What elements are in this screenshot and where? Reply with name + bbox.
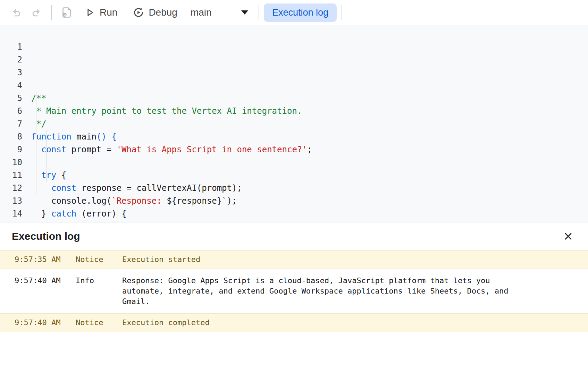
run-label: Run — [100, 7, 117, 18]
play-icon — [84, 7, 95, 18]
code-line[interactable]: } catch (error) { — [31, 208, 588, 220]
log-entry-time: 9:57:35 AM — [0, 254, 76, 265]
code-editor[interactable]: 1234567891011121314 /** * Main entry poi… — [0, 25, 588, 222]
code-token: ); — [342, 222, 352, 222]
execution-log-header: Execution log — [0, 222, 588, 250]
toolbar-divider — [259, 5, 259, 20]
debug-icon — [133, 7, 144, 18]
debug-button[interactable]: Debug — [128, 4, 182, 21]
code-token: `Response: — [111, 196, 167, 206]
code-token: response = callVertexAI(prompt); — [76, 183, 242, 193]
debug-label: Debug — [149, 7, 177, 18]
code-token: ` — [337, 222, 342, 222]
line-number: 14 — [0, 208, 22, 220]
undo-button[interactable] — [8, 5, 24, 20]
code-token: console.error( — [31, 222, 121, 222]
apps-script-editor: Run Debug main Execution log 12345678910… — [0, 0, 588, 332]
code-token: /** — [31, 93, 46, 103]
function-selector[interactable]: main — [187, 4, 252, 21]
log-entries: 9:57:35 AMNoticeExecution started9:57:40… — [0, 250, 588, 332]
code-line[interactable]: */ — [31, 118, 588, 130]
close-icon — [563, 231, 574, 242]
code-token: catch — [51, 209, 76, 219]
log-entry: 9:57:40 AMNoticeExecution completed — [0, 313, 588, 332]
run-button[interactable]: Run — [79, 4, 122, 21]
save-project-icon — [60, 6, 73, 19]
code-token: ${error.message} — [257, 222, 337, 222]
toolbar-divider — [342, 5, 342, 20]
log-entry-time: 9:57:40 AM — [0, 318, 76, 328]
redo-button[interactable] — [28, 5, 44, 20]
code-line[interactable]: function main() { — [31, 130, 588, 143]
code-token: */ — [31, 119, 46, 129]
log-entry-level: Info — [76, 276, 122, 286]
code-token: ` — [222, 196, 227, 206]
execution-log-button[interactable]: Execution log — [264, 3, 337, 22]
code-line[interactable]: /** — [31, 92, 588, 105]
toolbar: Run Debug main Execution log — [0, 0, 588, 25]
indent-guide — [46, 130, 47, 182]
line-number: 3 — [0, 66, 22, 79]
log-entry-level: Notice — [76, 254, 122, 265]
line-number: 13 — [0, 195, 22, 208]
line-number: 7 — [0, 118, 22, 130]
indent-guide — [36, 92, 36, 195]
code-token: `Failed to call Vertex AI: — [121, 222, 257, 222]
line-number: 8 — [0, 130, 22, 143]
code-token: (error) { — [76, 209, 127, 219]
log-entry-message: Execution started — [122, 254, 525, 265]
log-entry-time: 9:57:40 AM — [0, 276, 76, 286]
toolbar-divider — [51, 5, 52, 20]
code-token: * Main entry point to test the Vertex AI… — [31, 106, 302, 116]
code-line[interactable]: * Main entry point to test the Vertex AI… — [31, 105, 588, 118]
save-project-button[interactable] — [59, 5, 75, 20]
code-token: { — [56, 170, 66, 180]
code-token — [31, 183, 51, 193]
log-entry-message: Response: Google Apps Script is a cloud-… — [122, 276, 525, 307]
line-number: 12 — [0, 182, 22, 195]
line-number: 5 — [0, 92, 22, 105]
log-entry: 9:57:40 AMInfoResponse: Google Apps Scri… — [0, 269, 588, 313]
code-token: const — [41, 145, 66, 154]
execution-log-title: Execution log — [12, 230, 80, 242]
code-content[interactable]: /** * Main entry point to test the Verte… — [31, 41, 588, 222]
code-line[interactable]: const response = callVertexAI(prompt); — [31, 182, 588, 195]
selected-function-label: main — [191, 7, 212, 18]
code-token: ${response} — [167, 196, 222, 206]
close-button[interactable] — [560, 228, 576, 244]
code-line[interactable]: console.error(`Failed to call Vertex AI:… — [31, 220, 588, 222]
undo-icon — [10, 7, 22, 18]
code-token: try — [41, 170, 56, 180]
code-line[interactable]: try { — [31, 169, 588, 182]
line-numbers: 1234567891011121314 — [0, 41, 31, 222]
line-number: 11 — [0, 169, 22, 182]
line-number: 9 — [0, 143, 22, 156]
code-token: 'What is Apps Script in one sentence?' — [117, 145, 307, 154]
code-line[interactable]: console.log(`Response: ${response}`); — [31, 195, 588, 208]
line-number: 1 — [0, 41, 22, 53]
log-entry-level: Notice — [76, 318, 122, 328]
line-number: 2 — [0, 53, 22, 66]
line-number: 10 — [0, 156, 22, 169]
line-number: 4 — [0, 79, 22, 92]
line-number: 6 — [0, 105, 22, 118]
code-token: function — [31, 132, 72, 142]
code-token: } — [31, 209, 51, 219]
code-token: console.log( — [31, 196, 111, 206]
code-token: main — [72, 132, 96, 142]
log-entry: 9:57:35 AMNoticeExecution started — [0, 250, 588, 269]
code-token: prompt = — [66, 145, 117, 154]
log-entry-message: Execution completed — [122, 318, 525, 328]
caret-down-icon — [241, 10, 248, 15]
redo-icon — [31, 7, 42, 18]
code-line[interactable]: const prompt = 'What is Apps Script in o… — [31, 143, 588, 156]
execution-log-panel: Execution log 9:57:35 AMNoticeExecution … — [0, 222, 588, 332]
code-token: ); — [227, 196, 237, 206]
code-token: () { — [96, 132, 117, 142]
code-token: const — [51, 183, 76, 193]
code-token: ; — [307, 145, 312, 154]
code-line[interactable] — [31, 156, 588, 169]
